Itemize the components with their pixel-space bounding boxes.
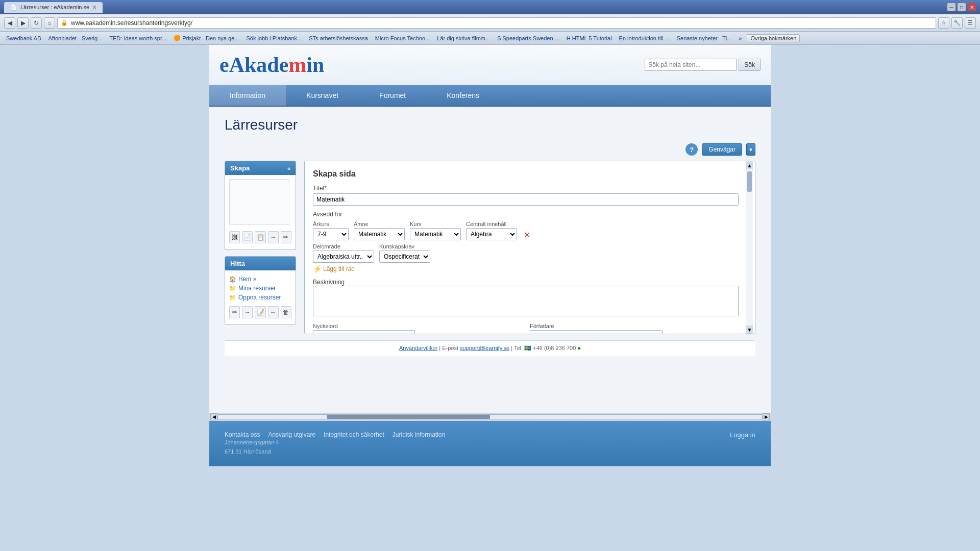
home-btn[interactable]: ⌂ bbox=[44, 17, 55, 29]
h-scrollbar-track[interactable] bbox=[217, 414, 763, 419]
genvaegar-btn[interactable]: Genvägar bbox=[702, 143, 742, 156]
delete-row-btn[interactable]: ✕ bbox=[522, 230, 531, 239]
logo-highlight: m bbox=[288, 53, 306, 77]
forward-btn[interactable]: ▶ bbox=[17, 17, 29, 29]
scroll-up-btn[interactable]: ▲ bbox=[746, 161, 753, 169]
bookmark-ted[interactable]: TED: Ideas worth spr... bbox=[107, 34, 168, 42]
site-nav: Information Kursnavet Forumet Konferens bbox=[209, 85, 771, 107]
bookmark-microfocus[interactable]: Micro Focus Techno... bbox=[373, 34, 432, 42]
scroll-left-btn[interactable]: ◀ bbox=[210, 413, 217, 420]
star-icon[interactable]: ☆ bbox=[938, 17, 949, 29]
bottom-ansvarig[interactable]: Ansvarig utgivare bbox=[268, 431, 315, 438]
site-search-btn[interactable]: Sök bbox=[739, 59, 761, 71]
scroll-right-btn[interactable]: ▶ bbox=[763, 413, 770, 420]
copy-btn[interactable]: 📋 bbox=[255, 231, 265, 243]
nav-item-konferens[interactable]: Konferens bbox=[426, 85, 500, 106]
nav-item-kursnavet[interactable]: Kursnavet bbox=[286, 85, 359, 106]
site-header: eAkademin Sök bbox=[209, 45, 771, 85]
skapa-panel-body: 🖼 📄 📋 → ✏ bbox=[225, 175, 296, 249]
hitta-delete-btn[interactable]: 🗑 bbox=[281, 306, 291, 318]
folder-icon-mina: 📁 bbox=[229, 285, 236, 292]
action-bar: ? Genvägar ▼ bbox=[225, 143, 755, 156]
scroll-down-btn[interactable]: ▼ bbox=[746, 325, 753, 334]
hitta-arrow-btn[interactable]: → bbox=[242, 306, 253, 318]
add-row-icon: ⚡ bbox=[313, 265, 322, 273]
hitta-panel: Hitta 🏠 Hem » 📁 Mina resurser bbox=[225, 256, 296, 325]
bookmark-nyheter[interactable]: Senaste nyheter - Ti... bbox=[675, 34, 734, 42]
login-link[interactable]: Logga in bbox=[730, 431, 755, 439]
amne-select[interactable]: Matematik bbox=[354, 228, 405, 240]
content-area: Skapa « 🖼 📄 📋 → ✏ bbox=[225, 161, 755, 334]
site-search-input[interactable] bbox=[645, 59, 737, 71]
oppna-resurser-link[interactable]: 📁 Öppna resurser bbox=[229, 293, 291, 302]
close-btn[interactable]: ✕ bbox=[968, 3, 976, 11]
centralt-select[interactable]: Algebra bbox=[466, 228, 517, 240]
arskurs-select[interactable]: 7-9 bbox=[313, 228, 349, 240]
nav-item-forumet[interactable]: Forumet bbox=[359, 85, 426, 106]
tools-icon[interactable]: 🔧 bbox=[951, 17, 963, 29]
menu-icon[interactable]: ☰ bbox=[965, 17, 976, 29]
add-text-btn[interactable]: 📄 bbox=[242, 231, 253, 243]
bookmark-platsbank[interactable]: Sök jobb i Platsbank... bbox=[244, 34, 304, 42]
tab-favicon: 📄 bbox=[10, 4, 17, 11]
lock-icon: 🔒 bbox=[61, 19, 68, 26]
home-link-text: Hem » bbox=[238, 276, 256, 283]
bookmark-speedparts[interactable]: S Speedparts Sweden ... bbox=[495, 34, 561, 42]
footer-separator2: | Tel. 🇸🇪 bbox=[511, 345, 533, 351]
address-bar[interactable]: 🔒 www.eakademin.se/resurshanteringsverkt… bbox=[57, 17, 936, 29]
skapa-icons: 🖼 📄 📋 → ✏ bbox=[229, 229, 291, 245]
bookmark-html5[interactable]: H HTML 5 Tutorial bbox=[565, 34, 614, 42]
help-btn[interactable]: ? bbox=[685, 143, 698, 156]
minimize-btn[interactable]: ─ bbox=[947, 3, 955, 11]
bottom-links: Kontakta oss Ansvarig utgivare Integrite… bbox=[225, 431, 445, 438]
nyckelord-input[interactable] bbox=[313, 330, 415, 334]
genvaegar-dropdown-btn[interactable]: ▼ bbox=[746, 143, 755, 156]
bookmark-aftonbladet[interactable]: Aftonbladet - Sverig... bbox=[46, 34, 105, 42]
arskurs-group: Årkurs 7-9 bbox=[313, 221, 349, 240]
bottom-integritet[interactable]: Integritet och säkerhet bbox=[324, 431, 384, 438]
bookmark-intro[interactable]: En introduktion till ... bbox=[617, 34, 672, 42]
nyckelord-label: Nyckelord bbox=[313, 323, 522, 329]
reload-btn[interactable]: ↻ bbox=[31, 17, 42, 29]
bookmark-film[interactable]: Lär dig skriva filmm... bbox=[435, 34, 492, 42]
bookmark-prisjakt[interactable]: 🟠 Prisjakt - Den nya ge... bbox=[172, 34, 241, 42]
bottom-kontakta[interactable]: Kontakta oss bbox=[225, 431, 260, 438]
edit-btn[interactable]: ✏ bbox=[281, 231, 291, 243]
browser-tab[interactable]: 📄 Lärresurser : eAkademin.se ✕ bbox=[4, 2, 103, 13]
add-image-btn[interactable]: 🖼 bbox=[229, 231, 240, 243]
skapa-collapse-btn[interactable]: « bbox=[287, 165, 290, 171]
address-line2: 671 31 Härnösand bbox=[225, 447, 445, 457]
bookmark-more[interactable]: » bbox=[737, 34, 744, 42]
bookmark-folder[interactable]: Övriga bokmärken bbox=[747, 34, 800, 42]
bookmark-sts[interactable]: STs arbetslöshetskassa bbox=[307, 34, 370, 42]
home-link[interactable]: 🏠 Hem » bbox=[229, 274, 291, 284]
hitta-edit-btn[interactable]: ✏ bbox=[229, 306, 240, 318]
title-input[interactable] bbox=[313, 193, 739, 206]
delomrade-select[interactable]: Algebraiska uttr... bbox=[313, 251, 374, 263]
centralt-label: Centralt innehåll bbox=[466, 221, 517, 227]
tab-close-btn[interactable]: ✕ bbox=[92, 5, 96, 10]
add-row-link[interactable]: ⚡ Lägg till rad bbox=[313, 265, 739, 273]
arrow-right-btn[interactable]: → bbox=[268, 231, 279, 243]
footer-email[interactable]: support@learnify.se bbox=[460, 345, 509, 351]
mina-resurser-link[interactable]: 📁 Mina resurser bbox=[229, 284, 291, 293]
beskrivning-input[interactable] bbox=[313, 286, 739, 316]
nav-item-information[interactable]: Information bbox=[209, 85, 286, 106]
horizontal-scrollbar[interactable]: ◀ ▶ bbox=[209, 413, 771, 421]
forfattare-input[interactable] bbox=[530, 330, 663, 334]
back-btn[interactable]: ◀ bbox=[4, 17, 15, 29]
site-logo: eAkademin bbox=[219, 53, 324, 77]
footer-anvandarvillkor[interactable]: Användarvillkor bbox=[399, 345, 437, 351]
kunskapskrav-select[interactable]: Ospecificerat bbox=[379, 251, 430, 263]
bottom-juridisk[interactable]: Juridisk information bbox=[393, 431, 445, 438]
oppna-resurser-label: Öppna resurser bbox=[238, 294, 281, 301]
form-title: Skapa sida bbox=[313, 169, 739, 179]
kurs-select[interactable]: Matematik bbox=[410, 228, 461, 240]
footer-separator1: | E-post bbox=[439, 345, 460, 351]
bookmark-swedbank[interactable]: Swedbank AB bbox=[4, 34, 43, 42]
hitta-left-btn[interactable]: ← bbox=[268, 306, 279, 318]
avsedd-grid: Årkurs 7-9 Ämne Matematik bbox=[313, 221, 739, 240]
window-controls: ─ □ ✕ bbox=[947, 3, 976, 11]
hitta-pencil-btn[interactable]: 📝 bbox=[255, 306, 265, 318]
restore-btn[interactable]: □ bbox=[958, 3, 966, 11]
